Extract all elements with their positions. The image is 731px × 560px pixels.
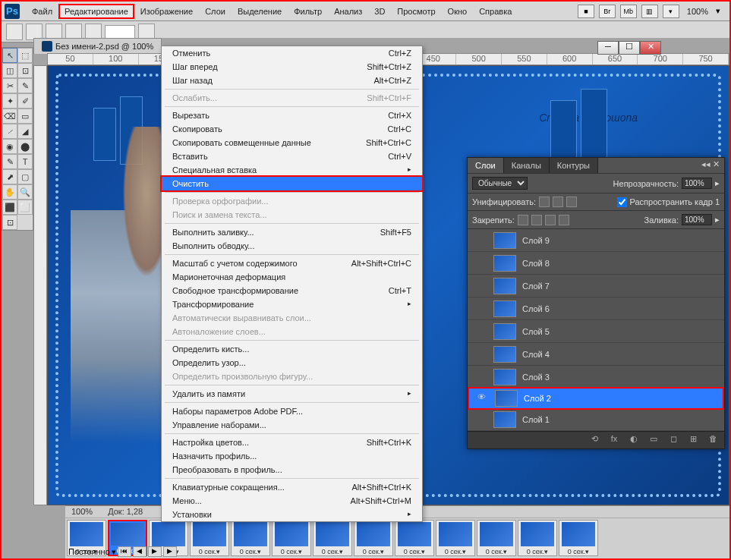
tool-preset-icon[interactable] [6, 24, 23, 40]
menu-item[interactable]: ОтменитьCtrl+Z [162, 46, 422, 60]
layer-action-icon[interactable]: 🗑 [706, 434, 720, 446]
menu-выделение[interactable]: Выделение [232, 4, 288, 19]
lock-pixels-icon[interactable] [531, 215, 542, 225]
tool-11[interactable]: ◢ [17, 124, 33, 139]
loop-dropdown-icon[interactable]: ▾ [112, 547, 116, 557]
menu-слои[interactable]: Слои [199, 4, 232, 19]
frame-time[interactable]: 0 сек.▾ [568, 548, 589, 555]
tool-10[interactable]: ⟋ [2, 124, 17, 139]
menu-item[interactable]: Удалить из памяти [162, 387, 422, 401]
opt-field-1[interactable] [105, 25, 135, 39]
layer-row[interactable]: Слой 3 [468, 366, 724, 389]
menu-item[interactable]: Выполнить обводку... [162, 239, 422, 253]
layer-thumbnail[interactable] [493, 411, 516, 428]
menu-item[interactable]: Наборы параметров Adobe PDF... [162, 404, 422, 418]
layer-row[interactable]: Слой 4 [468, 343, 724, 366]
visibility-icon[interactable] [472, 371, 487, 383]
frame-time[interactable]: 0 сек.▾ [322, 548, 343, 555]
menu-item[interactable]: СкопироватьCtrl+C [162, 122, 422, 136]
frame-time[interactable]: 0 сек.▾ [527, 548, 548, 555]
panel-menu-icon[interactable]: ◂◂ ✕ [697, 158, 724, 173]
tool-0[interactable]: ↖ [2, 48, 17, 63]
menu-редактирование[interactable]: Редактирование [58, 4, 134, 19]
menu-просмотр[interactable]: Просмотр [391, 4, 441, 19]
layer-action-icon[interactable]: ◻ [666, 434, 680, 446]
minimize-button[interactable]: ─ [597, 41, 619, 55]
menu-item[interactable]: Определить узор... [162, 356, 422, 370]
layer-row[interactable]: Слой 6 [468, 297, 724, 320]
frame-time[interactable]: 0 сек.▾ [363, 548, 384, 555]
tool-12[interactable]: ◉ [2, 139, 17, 154]
unify-style-icon[interactable] [566, 197, 577, 207]
layer-row[interactable]: Слой 5 [468, 320, 724, 343]
menu-фильтр[interactable]: Фильтр [288, 4, 328, 19]
menu-изображение[interactable]: Изображение [134, 4, 199, 19]
frame-time[interactable]: 0 сек.▾ [404, 548, 425, 555]
frame-time[interactable]: 0 сек.▾ [281, 548, 302, 555]
unify-position-icon[interactable] [539, 197, 550, 207]
layer-row[interactable]: Слой 1 [468, 408, 724, 431]
menu-3d[interactable]: 3D [368, 4, 391, 19]
tool-15[interactable]: T [17, 154, 33, 169]
menu-окно[interactable]: Окно [442, 4, 474, 19]
tool-1[interactable]: ⬚ [17, 48, 33, 63]
tool-20[interactable]: ⬛ [2, 200, 17, 215]
layer-thumbnail[interactable] [493, 278, 516, 294]
visibility-icon[interactable] [472, 303, 487, 315]
timeline-frame[interactable]: 0 сек.▾ [436, 520, 475, 556]
menu-item[interactable]: Управление наборами... [162, 418, 422, 432]
timeline-frame[interactable]: 0 сек.▾ [272, 520, 311, 556]
menu-анализ[interactable]: Анализ [328, 4, 368, 19]
layer-action-icon[interactable]: fx [607, 434, 621, 446]
tool-19[interactable]: 🔍 [17, 184, 33, 200]
zoom-dropdown-icon[interactable]: ▾ [716, 6, 720, 16]
layer-thumbnail[interactable] [493, 300, 516, 317]
menu-item[interactable]: Настройка цветов...Shift+Ctrl+K [162, 436, 422, 449]
tool-8[interactable]: ⌫ [2, 109, 17, 124]
menu-item[interactable]: Установки [162, 508, 422, 521]
menu-item[interactable]: ВырезатьCtrl+X [162, 109, 422, 122]
layer-row[interactable]: Слой 9 [468, 229, 724, 252]
close-button[interactable]: ✕ [640, 41, 661, 55]
tool-9[interactable]: ▭ [17, 109, 33, 124]
visibility-icon[interactable] [472, 234, 487, 247]
layer-row[interactable]: Слой 8 [468, 252, 724, 275]
lock-position-icon[interactable] [545, 215, 556, 225]
blend-mode-select[interactable]: Обычные [472, 177, 528, 190]
tool-17[interactable]: ▢ [17, 169, 33, 184]
tool-6[interactable]: ✦ [2, 93, 17, 109]
tool-14[interactable]: ✎ [2, 154, 17, 169]
timeline-frame[interactable]: 0 сек.▾ [395, 520, 434, 556]
next-frame-button[interactable]: ▶ [163, 546, 177, 557]
first-frame-button[interactable]: ⏮ [118, 546, 131, 557]
visibility-icon[interactable]: 👁 [474, 392, 489, 404]
layer-action-icon[interactable]: ▭ [647, 434, 660, 446]
tool-22[interactable]: ⊡ [2, 215, 17, 230]
zoom-level[interactable]: 100% [684, 7, 711, 16]
visibility-icon[interactable] [472, 348, 487, 360]
menu-item[interactable]: Преобразовать в профиль... [162, 463, 422, 477]
bridge-icon[interactable]: Br [599, 5, 616, 18]
tool-5[interactable]: ✎ [17, 78, 33, 93]
frame-time[interactable]: 0 сек.▾ [199, 548, 220, 555]
unify-visibility-icon[interactable] [553, 197, 563, 207]
tab-channels[interactable]: Каналы [504, 158, 550, 173]
maximize-button[interactable]: ☐ [619, 41, 640, 55]
tool-18[interactable]: ✋ [2, 184, 17, 200]
menu-item[interactable]: Очистить [160, 175, 424, 192]
visibility-icon[interactable] [472, 257, 487, 269]
lock-transparent-icon[interactable] [518, 215, 528, 225]
tool-13[interactable]: ⬤ [17, 139, 33, 154]
app-switcher-icon[interactable]: ■ [578, 5, 594, 18]
tool-4[interactable]: ✂ [2, 78, 17, 93]
layer-thumbnail[interactable] [495, 390, 518, 407]
layer-thumbnail[interactable] [493, 346, 516, 363]
loop-mode[interactable]: Постоянно [68, 547, 110, 556]
menu-справка[interactable]: Справка [473, 4, 518, 19]
layer-row[interactable]: Слой 7 [468, 275, 724, 297]
timeline-frame[interactable]: 0 сек.▾ [231, 520, 270, 556]
menu-item[interactable]: Назначить профиль... [162, 449, 422, 463]
tool-16[interactable]: ⬈ [2, 169, 17, 184]
menu-item[interactable]: Трансформирование [162, 297, 422, 311]
layer-row[interactable]: 👁Слой 2 [468, 387, 724, 410]
